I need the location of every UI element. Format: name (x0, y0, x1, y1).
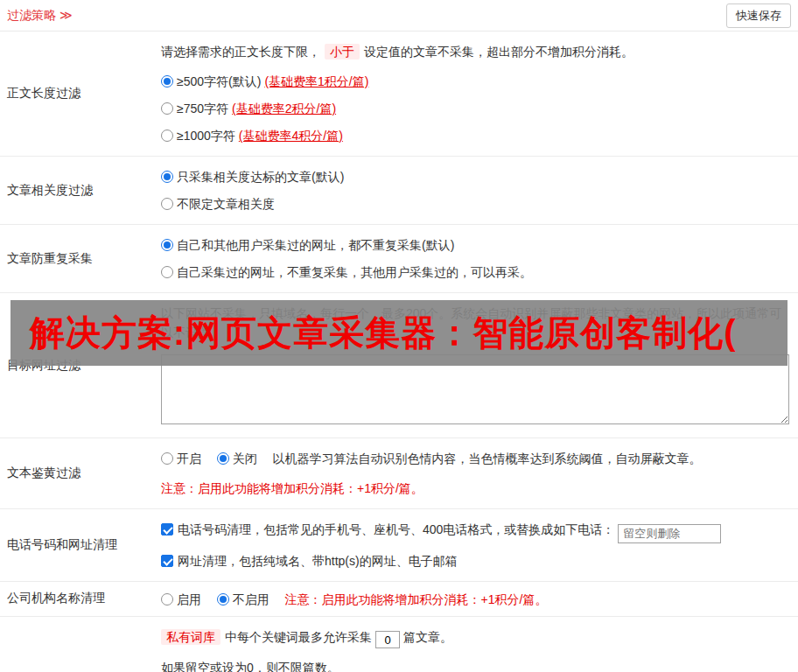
keyword-limit-line: 私有词库中每个关键词最多允许采集篇文章。 (161, 627, 789, 649)
row-label: 电话号码和网址清理 (0, 509, 156, 581)
radio-option-global-dedup: 自己和其他用户采集过的网址，都不重复采集(默认) (161, 235, 789, 255)
radio-option-self-dedup: 自己采集过的网址，不重复采集，其他用户采集过的，可以再采。 (161, 262, 789, 282)
radio-label: ≥500字符(默认) (177, 74, 261, 88)
header-bar: 过滤策略 ≫ 快速保存 (0, 0, 798, 32)
radio-label: 开启 (177, 452, 201, 466)
row-dedup-collect: 文章防重复采集 自己和其他用户采集过的网址，都不重复采集(默认) 自己采集过的网… (0, 225, 798, 293)
radio-button[interactable] (161, 171, 173, 183)
radio-option-1000: ≥1000字符(基础费率4积分/篇) (161, 126, 789, 145)
porn-filter-options: 开启 关闭 以机器学习算法自动识别色情内容，当色情概率达到系统阈值，自动屏蔽文章… (161, 449, 789, 468)
radio-option-750: ≥750字符(基础费率2积分/篇) (161, 99, 789, 118)
max-articles-input[interactable] (375, 631, 400, 648)
radio-label: ≥1000字符 (177, 129, 235, 143)
radio-label: 启用 (177, 592, 201, 606)
row-label: 文章防重复采集 (0, 225, 156, 292)
radio-label: 不限定文章相关度 (177, 197, 275, 211)
radio-button[interactable] (161, 198, 173, 210)
private-lexicon-highlight: 私有词库 (161, 629, 220, 645)
checkbox[interactable] (161, 555, 173, 567)
watermark-overlay: 解决方案:网页文章采集器：智能原创客制化( (10, 300, 788, 366)
url-clean-option: 网址清理，包括纯域名、带http(s)的网址、电子邮箱 (161, 551, 789, 570)
keyword-limit-text-end: 篇文章。 (403, 630, 452, 644)
phone-clean-option: 电话号码清理，包括常见的手机号、座机号、400电话格式，或替换成如下电话： (161, 520, 789, 543)
row-label: 文章相关度过滤 (0, 157, 156, 224)
desc-text: 请选择需求的正文长度下限， (161, 45, 320, 59)
row-text-length-filter: 正文长度过滤 请选择需求的正文长度下限，小于设定值的文章不采集，超出部分不增加积… (0, 32, 798, 157)
watermark-text: 解决方案:网页文章采集器：智能原创客制化( (30, 309, 737, 357)
row-label: 公司机构名称清理 (0, 582, 156, 616)
radio-button[interactable] (161, 75, 173, 88)
replacement-phone-input[interactable] (618, 524, 721, 543)
radio-button[interactable] (161, 452, 173, 465)
row-keyword-dedup: 关键词防重复采集 私有词库中每个关键词最多允许采集篇文章。 如果留空或设为0，则… (0, 617, 798, 672)
radio-label: 自己和其他用户采集过的网址，都不重复采集(默认) (177, 238, 454, 252)
row-relevance-filter: 文章相关度过滤 只采集相关度达标的文章(默认) 不限定文章相关度 (0, 157, 798, 225)
radio-button[interactable] (161, 130, 173, 142)
row-label: 文本鉴黄过滤 (0, 438, 156, 508)
company-clean-options: 启用 不启用 注意：启用此功能将增加积分消耗：+1积分/篇。 (161, 590, 789, 609)
checkbox[interactable] (161, 523, 173, 536)
checkbox-label: 网址清理，包括纯域名、带http(s)的网址、电子邮箱 (178, 554, 458, 568)
row-company-clean: 公司机构名称清理 启用 不启用 注意：启用此功能将增加积分消耗：+1积分/篇。 (0, 582, 798, 617)
radio-label: 关闭 (233, 452, 257, 466)
radio-label: 只采集相关度达标的文章(默认) (177, 170, 344, 184)
radio-button[interactable] (217, 593, 229, 606)
checkbox-label: 电话号码清理，包括常见的手机号、座机号、400电话格式，或替换成如下电话： (178, 522, 614, 536)
radio-button[interactable] (161, 266, 173, 278)
radio-label: 不启用 (233, 592, 270, 606)
text-length-description: 请选择需求的正文长度下限，小于设定值的文章不采集，超出部分不增加积分消耗。 (161, 42, 789, 61)
radio-label: ≥750字符 (177, 102, 228, 116)
radio-option-relevant: 只采集相关度达标的文章(默认) (161, 167, 789, 186)
page-title[interactable]: 过滤策略 ≫ (7, 8, 73, 24)
keyword-note-zero: 如果留空或设为0，则不限篇数。 (161, 658, 789, 672)
radio-button[interactable] (161, 239, 173, 251)
radio-option-any: 不限定文章相关度 (161, 194, 789, 214)
fee-note: (基础费率1积分/篇) (264, 74, 368, 88)
row-phone-url-clean: 电话号码和网址清理 电话号码清理，包括常见的手机号、座机号、400电话格式，或替… (0, 509, 798, 582)
quick-save-button[interactable]: 快速保存 (726, 4, 791, 28)
porn-filter-cost-note: 注意：启用此功能将增加积分消耗：+1积分/篇。 (161, 479, 789, 498)
radio-button[interactable] (161, 593, 173, 606)
fee-note: (基础费率2积分/篇) (232, 102, 336, 116)
desc-text: 设定值的文章不采集，超出部分不增加积分消耗。 (364, 45, 634, 59)
fee-note: (基础费率4积分/篇) (239, 129, 343, 143)
row-label: 关键词防重复采集 (0, 617, 156, 672)
radio-button[interactable] (217, 452, 229, 465)
row-label: 正文长度过滤 (0, 32, 156, 156)
company-clean-cost-note: 注意：启用此功能将增加积分消耗：+1积分/篇。 (285, 592, 548, 606)
radio-label: 自己采集过的网址，不重复采集，其他用户采集过的，可以再采。 (177, 265, 532, 279)
radio-button[interactable] (161, 102, 173, 115)
keyword-limit-text: 中每个关键词最多允许采集 (225, 630, 372, 644)
radio-option-500: ≥500字符(默认)(基础费率1积分/篇) (161, 72, 789, 91)
filter-strategy-page: 过滤策略 ≫ 快速保存 正文长度过滤 请选择需求的正文长度下限，小于设定值的文章… (0, 0, 798, 672)
row-porn-filter: 文本鉴黄过滤 开启 关闭 以机器学习算法自动识别色情内容，当色情概率达到系统阈值… (0, 438, 798, 509)
porn-filter-description: 以机器学习算法自动识别色情内容，当色情概率达到系统阈值，自动屏蔽文章。 (273, 452, 702, 466)
less-than-highlight: 小于 (325, 44, 360, 60)
